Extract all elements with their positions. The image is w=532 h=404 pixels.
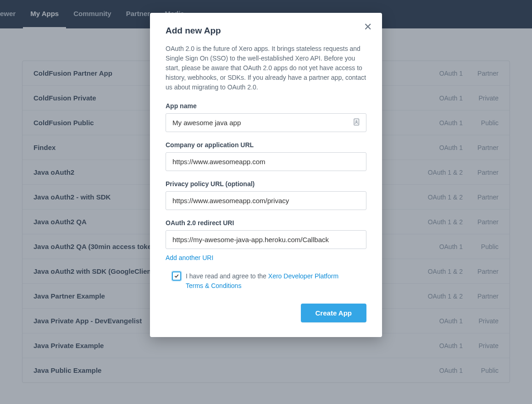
privacy-url-input[interactable] [166, 191, 366, 210]
svg-point-4 [356, 121, 357, 122]
close-icon[interactable]: ✕ [364, 22, 372, 32]
add-app-modal: ✕ Add new App OAuth 2.0 is the future of… [150, 13, 382, 337]
terms-checkbox[interactable] [172, 271, 181, 281]
privacy-url-label: Privacy policy URL (optional) [166, 180, 366, 188]
modal-overlay: ✕ Add new App OAuth 2.0 is the future of… [0, 0, 532, 404]
app-name-label: App name [166, 102, 366, 110]
redirect-uri-input[interactable] [166, 230, 366, 249]
app-name-input[interactable] [166, 113, 366, 132]
company-url-label: Company or application URL [166, 141, 366, 149]
contacts-icon [353, 118, 361, 126]
add-uri-link[interactable]: Add another URI [166, 254, 213, 261]
modal-description: OAuth 2.0 is the future of Xero apps. It… [166, 44, 366, 92]
create-app-button[interactable]: Create App [301, 304, 366, 322]
company-url-input[interactable] [166, 152, 366, 171]
redirect-uri-label: OAuth 2.0 redirect URI [166, 219, 366, 227]
terms-text: I have read and agree to the Xero Develo… [186, 271, 351, 291]
modal-title: Add new App [166, 26, 366, 36]
